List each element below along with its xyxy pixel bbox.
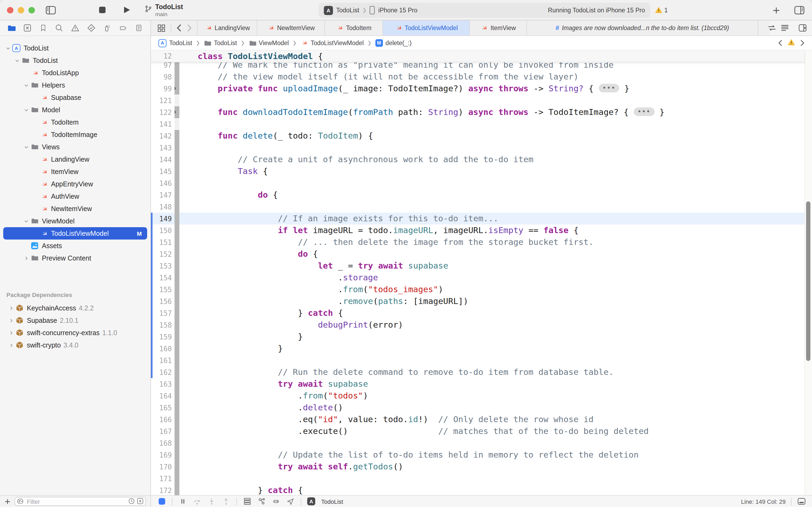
code-line-154[interactable]: 154 .storage (151, 272, 805, 284)
source-control-icon[interactable] (23, 23, 32, 33)
code-line-146[interactable]: 146 (151, 177, 805, 189)
disclosure-down-icon[interactable] (22, 82, 30, 88)
code-line-167[interactable]: 167 .execute() // matches that of the to… (151, 426, 805, 437)
code-line-151[interactable]: 151 // ... then delete the image from th… (151, 236, 805, 248)
fold-ribbon[interactable] (175, 95, 179, 106)
disclosure-right-icon[interactable] (7, 342, 15, 348)
code-line-149[interactable]: 149 // If an image exists for this to-do… (151, 213, 805, 225)
fold-ribbon[interactable] (175, 284, 179, 295)
add-file-icon[interactable] (4, 498, 11, 505)
filter-input[interactable] (27, 498, 126, 505)
tab-ItemView[interactable]: ItemView (470, 20, 527, 36)
tree-item-AuthView[interactable]: AuthView (3, 190, 147, 203)
stop-button[interactable] (99, 6, 106, 13)
package-item-swift-concurrency-extras[interactable]: swift-concurrency-extras1.1.0 (3, 327, 147, 339)
fold-ribbon[interactable] (175, 189, 179, 201)
code-line-142[interactable]: 142 func delete(_ todo: TodoItem) { (151, 130, 805, 142)
tree-item-AppEntryView[interactable]: AppEntryView (3, 178, 147, 190)
editor-layout-icon[interactable] (797, 497, 806, 506)
project-navigator-icon[interactable] (7, 23, 16, 33)
env-overrides-icon[interactable] (272, 497, 280, 506)
fold-ribbon[interactable] (175, 378, 179, 390)
code-line-160[interactable]: 160 } (151, 343, 805, 354)
code-line-161[interactable]: 161 (151, 354, 805, 366)
code-line-158[interactable]: 158 debugPrint(error) (151, 319, 805, 331)
tree-item-TodoItemImage[interactable]: TodoItemImage (3, 128, 147, 141)
go-forward-icon[interactable] (187, 24, 192, 32)
fold-ribbon[interactable] (175, 331, 179, 343)
tab-TodoListViewModel[interactable]: TodoListViewModel (383, 20, 470, 36)
navigator-toggle-icon[interactable] (46, 6, 56, 14)
fold-ribbon[interactable] (175, 236, 179, 248)
next-issue-icon[interactable] (800, 40, 805, 46)
fold-ribbon[interactable] (175, 154, 179, 165)
breakpoints-icon[interactable] (118, 23, 127, 33)
scheme-name[interactable]: TodoList (336, 7, 359, 13)
fold-ribbon[interactable] (175, 142, 179, 154)
code-line-169[interactable]: 169 // Update the list of to-do items he… (151, 449, 805, 461)
simulate-location-icon[interactable] (286, 497, 295, 506)
package-item-swift-crypto[interactable]: swift-crypto3.4.0 (3, 339, 147, 351)
fold-ribbon[interactable] (175, 413, 179, 426)
code-line-170[interactable]: 170 try await self.getTodos() (151, 461, 805, 472)
code-line-152[interactable]: 152 do { (151, 248, 805, 260)
tree-item-TodoListViewModel[interactable]: TodoListViewModelM (3, 227, 147, 239)
minimize-button[interactable] (18, 7, 24, 13)
go-back-icon[interactable] (177, 24, 181, 32)
code-line-147[interactable]: 147 do { (151, 189, 805, 201)
fold-ribbon[interactable] (175, 201, 179, 213)
breakpoint-toggle-icon[interactable] (157, 497, 166, 506)
fold-ribbon[interactable] (175, 177, 179, 189)
disclosure-right-icon[interactable] (7, 305, 15, 311)
bookmarks-icon[interactable] (39, 23, 48, 33)
code-line-157[interactable]: 157 } catch { (151, 307, 805, 319)
code-line-163[interactable]: 163 try await supabase (151, 378, 805, 390)
code-fold-ellipsis[interactable]: ••• (634, 107, 654, 116)
fold-ribbon[interactable] (175, 165, 179, 177)
fold-ribbon[interactable] (175, 260, 179, 272)
disclosure-down-icon[interactable] (22, 107, 30, 113)
tab-NewItemView[interactable]: NewItemView (257, 20, 325, 36)
related-items-icon[interactable] (157, 24, 165, 32)
tree-item-Model[interactable]: Model (3, 104, 147, 116)
inspector-toggle-icon[interactable] (794, 6, 805, 14)
tree-item-TodoList[interactable]: TodoList (3, 54, 147, 67)
fold-ribbon[interactable] (175, 343, 179, 354)
add-editor-split-icon[interactable] (799, 24, 807, 32)
code-line-171[interactable]: 171 (151, 472, 805, 485)
source-editor[interactable]: 97 // We mark the function as "private" … (151, 51, 812, 495)
package-item-Supabase[interactable]: Supabase2.10.1 (3, 314, 147, 327)
debug-icon[interactable] (103, 23, 112, 33)
sidebar-divider[interactable] (151, 20, 151, 507)
breadcrumb-item-ViewModel[interactable]: ViewModel (249, 39, 289, 47)
disclosure-right-icon[interactable] (22, 256, 30, 261)
code-line-159[interactable]: 159 } (151, 331, 805, 343)
code-line-165[interactable]: 165 .delete() (151, 402, 805, 413)
code-line-162[interactable]: 162 // Run the delete command to remove … (151, 366, 805, 378)
breadcrumb-item-TodoList[interactable]: ATodoList (159, 39, 192, 47)
code-line-156[interactable]: 156 .remove(paths: [imageURL]) (151, 295, 805, 307)
tree-item-Supabase[interactable]: Supabase (3, 91, 147, 104)
disclosure-down-icon[interactable] (22, 218, 30, 224)
tests-icon[interactable] (86, 23, 96, 33)
disclosure-down-icon[interactable] (4, 45, 12, 51)
package-item-KeychainAccess[interactable]: KeychainAccess4.2.2 (3, 302, 147, 314)
fold-ribbon[interactable] (175, 307, 179, 319)
fold-ribbon[interactable] (175, 437, 179, 449)
fold-ribbon[interactable] (175, 248, 179, 260)
code-line-166[interactable]: 166 .eq("id", value: todo.id!) // Only d… (151, 413, 805, 426)
step-out-icon[interactable] (222, 497, 230, 506)
fold-ribbon[interactable] (175, 225, 179, 236)
code-line-99[interactable]: 99› private func uploadImage(_ image: To… (151, 83, 805, 95)
tree-item-Views[interactable]: Views (3, 141, 147, 153)
fold-ribbon[interactable] (175, 461, 179, 472)
minimap-lines-icon[interactable] (781, 25, 789, 31)
code-line-168[interactable]: 168 (151, 437, 805, 449)
code-line-122[interactable]: 122› func downloadTodoItemImage(fromPath… (151, 106, 805, 118)
disclosure-down-icon[interactable] (13, 58, 21, 63)
code-fold-ellipsis[interactable]: ••• (598, 84, 619, 92)
tree-item-TodoListApp[interactable]: TodoListApp (3, 67, 147, 79)
breadcrumb-item-TodoList[interactable]: TodoList (204, 39, 237, 47)
tree-item-ItemView[interactable]: ItemView (3, 165, 147, 178)
find-icon[interactable] (55, 23, 64, 33)
